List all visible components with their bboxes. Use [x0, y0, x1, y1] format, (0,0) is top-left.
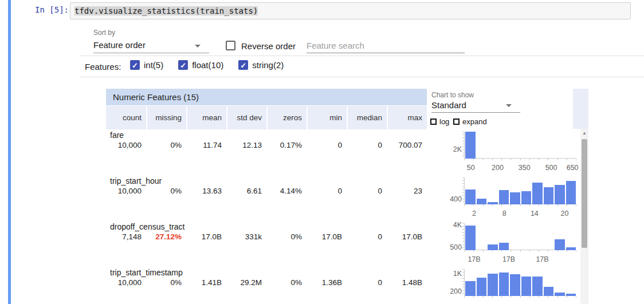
histogram-bar[interactable]	[499, 190, 509, 204]
histogram-bar[interactable]	[544, 287, 554, 296]
histogram-bar[interactable]	[477, 278, 487, 296]
x-tick	[557, 159, 558, 160]
expand-checkbox[interactable]	[453, 119, 460, 125]
histogram-bar[interactable]	[499, 273, 509, 296]
x-tick	[483, 250, 484, 252]
y-tick	[462, 235, 464, 236]
scrollbar-thumb[interactable]	[582, 139, 587, 248]
x-tick	[501, 204, 502, 206]
feature-search-input[interactable]	[307, 38, 465, 53]
divider	[80, 77, 644, 77]
histogram-bar[interactable]	[465, 132, 476, 159]
x-tick	[483, 204, 484, 206]
column-header-std-dev[interactable]: std dev	[226, 106, 266, 129]
cell-count: 10,000	[106, 141, 146, 149]
y-axis-label: 2K	[441, 145, 462, 153]
cell-zeros: 4.14%	[266, 187, 307, 195]
x-tick	[576, 159, 576, 160]
x-tick	[529, 296, 530, 298]
x-tick	[492, 204, 493, 206]
y-axis-label: 200	[441, 287, 462, 295]
histogram-bar[interactable]	[555, 239, 565, 250]
histogram-bar[interactable]	[555, 185, 565, 204]
cell-std-dev: 12.13	[226, 141, 266, 149]
histogram-bar[interactable]	[521, 191, 532, 204]
histogram-bar[interactable]	[566, 247, 576, 250]
x-tick	[520, 296, 521, 298]
y-axis-label: 1K	[441, 270, 462, 278]
column-header-min[interactable]: min	[307, 106, 347, 129]
histogram-bar[interactable]	[477, 199, 487, 204]
chart-to-show-underline	[431, 112, 520, 113]
x-tick	[501, 296, 502, 298]
x-tick	[464, 296, 465, 298]
chevron-down-icon[interactable]	[506, 104, 512, 107]
x-axis-label: 8	[502, 210, 506, 218]
histogram-bar[interactable]	[488, 244, 498, 250]
table-column-headers: countmissingmeanstd devzerosminmedianmax	[106, 106, 427, 129]
x-tick	[539, 250, 539, 252]
feature-values: 7,14827.12%17.0B331k0%17.0B017.0B	[106, 232, 427, 241]
x-axis-label: 17B	[502, 255, 515, 263]
x-tick	[511, 250, 511, 252]
histogram-fare: 2K50200350500650	[441, 129, 576, 175]
histogram-bar[interactable]	[555, 293, 565, 296]
features-label: Features:	[85, 62, 121, 72]
histogram-bar[interactable]	[465, 281, 476, 296]
feature-filter-checkbox[interactable]: ✓	[178, 60, 188, 70]
column-header-median[interactable]: median	[347, 106, 387, 129]
histogram-bar[interactable]	[488, 202, 498, 204]
sort-by-dropdown[interactable]: Feature order	[93, 40, 146, 50]
column-header-count[interactable]: count	[106, 106, 146, 129]
histogram-bar[interactable]	[532, 277, 543, 296]
x-tick	[464, 250, 465, 252]
histogram-bar[interactable]	[544, 187, 554, 204]
y-tick	[462, 281, 464, 282]
histogram-bar[interactable]	[566, 294, 576, 296]
scroll-up-icon[interactable]: ▲	[580, 131, 588, 136]
code-input[interactable]: tfdv.visualize_statistics(train_stats)	[70, 2, 631, 19]
x-tick	[567, 204, 567, 206]
plot-area	[464, 177, 576, 204]
histogram-bar[interactable]	[510, 274, 520, 296]
histogram-bar[interactable]	[499, 243, 509, 250]
x-tick	[529, 250, 530, 252]
histogram-bar[interactable]	[510, 192, 520, 204]
y-tick	[462, 229, 464, 230]
y-tick	[462, 149, 464, 150]
histogram-bar[interactable]	[465, 226, 476, 250]
reverse-order-checkbox[interactable]	[226, 41, 235, 50]
x-tick	[548, 250, 548, 252]
x-tick	[511, 204, 511, 206]
feature-name: fare	[106, 129, 427, 140]
histogram-bar[interactable]	[465, 189, 476, 204]
feature-filter-2: ✓string(2)	[238, 60, 284, 70]
cell-max: 1.48B	[387, 278, 427, 287]
x-tick	[501, 250, 502, 252]
feature-filter-0: ✓int(5)	[130, 60, 163, 70]
column-header-zeros[interactable]: zeros	[266, 106, 307, 129]
histogram-bar[interactable]	[532, 183, 543, 204]
column-header-missing[interactable]: missing	[146, 106, 186, 129]
table-title: Numeric Features (15)	[106, 89, 427, 106]
histogram-bar[interactable]	[488, 274, 498, 296]
x-tick	[576, 250, 576, 252]
x-tick	[473, 250, 474, 252]
y-tick	[462, 135, 464, 135]
histogram-bar[interactable]	[521, 277, 532, 296]
feature-filter-checkbox[interactable]: ✓	[238, 60, 248, 70]
log-checkbox[interactable]	[430, 119, 437, 125]
chevron-down-icon[interactable]	[195, 45, 201, 48]
x-axis-label: 500	[545, 164, 557, 172]
y-tick	[462, 290, 464, 291]
feature-filter-checkbox[interactable]: ✓	[130, 60, 140, 70]
histogram-bar[interactable]	[566, 181, 576, 204]
y-tick	[462, 132, 464, 132]
column-header-mean[interactable]: mean	[186, 106, 226, 129]
x-axis-label: 17B	[536, 255, 548, 263]
column-header-max[interactable]: max	[387, 106, 427, 129]
x-axis-label: 14	[531, 210, 539, 218]
feature-filter-label: int(5)	[144, 60, 163, 70]
chart-to-show-dropdown[interactable]: Standard	[431, 100, 466, 110]
x-tick	[492, 250, 493, 252]
